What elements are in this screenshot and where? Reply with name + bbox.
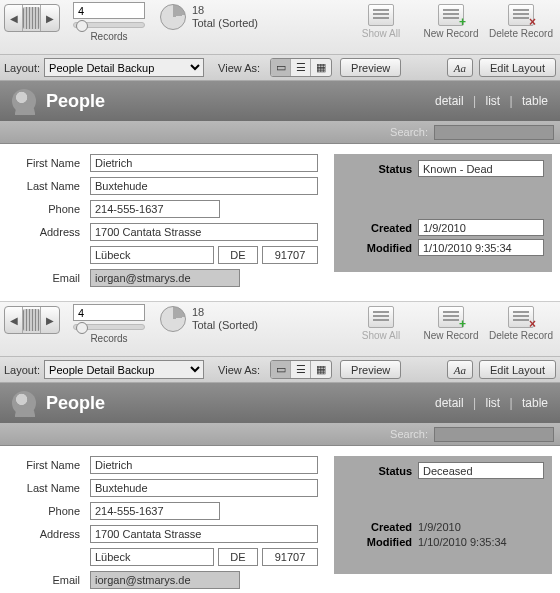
record-book-icon[interactable] bbox=[23, 5, 41, 31]
search-bar: Search: bbox=[0, 121, 560, 144]
next-record-button[interactable]: ▶ bbox=[41, 307, 59, 333]
link-table[interactable]: table bbox=[522, 396, 548, 410]
form-area: First Name Dietrich Last Name Buxtehude … bbox=[0, 144, 560, 301]
label-address: Address bbox=[8, 226, 86, 238]
label-status: Status bbox=[342, 163, 412, 175]
layout-select[interactable]: People Detail Backup bbox=[44, 360, 204, 379]
panel-bottom: ◀ ▶ Records 18 Total (Sorted) Show All N… bbox=[0, 302, 560, 593]
show-all-label: Show All bbox=[362, 330, 400, 341]
street-field[interactable]: 1700 Cantata Strasse bbox=[90, 525, 318, 543]
status-field[interactable]: Deceased bbox=[418, 462, 544, 479]
search-label: Search: bbox=[390, 126, 428, 138]
delete-record-label: Delete Record bbox=[489, 330, 553, 341]
state-field[interactable]: DE bbox=[218, 548, 258, 566]
link-detail[interactable]: detail bbox=[435, 396, 464, 410]
delete-record-button[interactable]: Delete Record bbox=[486, 306, 556, 341]
first-name-field[interactable]: Dietrich bbox=[90, 154, 318, 172]
total-count: 18 bbox=[192, 4, 258, 17]
link-list[interactable]: list bbox=[485, 396, 500, 410]
record-number-input[interactable] bbox=[73, 304, 145, 321]
edit-layout-button[interactable]: Edit Layout bbox=[479, 58, 556, 77]
show-all-button[interactable]: Show All bbox=[346, 4, 416, 39]
header-links: detail | list | table bbox=[435, 396, 548, 410]
view-as-label: View As: bbox=[218, 364, 260, 376]
search-input[interactable] bbox=[434, 427, 554, 442]
page-title: People bbox=[46, 393, 105, 414]
link-detail[interactable]: detail bbox=[435, 94, 464, 108]
delete-record-icon bbox=[508, 4, 534, 26]
state-field[interactable]: DE bbox=[218, 246, 258, 264]
record-book-icon[interactable] bbox=[23, 307, 41, 333]
layout-toolbar: Layout: People Detail Backup View As: ▭ … bbox=[0, 357, 560, 383]
form-area: First Name Dietrich Last Name Buxtehude … bbox=[0, 446, 560, 593]
layout-label: Layout: bbox=[4, 364, 40, 376]
prev-record-button[interactable]: ◀ bbox=[5, 5, 23, 31]
zip-field[interactable]: 91707 bbox=[262, 548, 318, 566]
link-table[interactable]: table bbox=[522, 94, 548, 108]
record-number-input[interactable] bbox=[73, 2, 145, 19]
edit-layout-button[interactable]: Edit Layout bbox=[479, 360, 556, 379]
found-set-group: 18 Total (Sorted) bbox=[160, 4, 258, 30]
view-list-button[interactable]: ☰ bbox=[291, 361, 311, 378]
zip-field[interactable]: 91707 bbox=[262, 246, 318, 264]
preview-button[interactable]: Preview bbox=[340, 58, 401, 77]
new-record-button[interactable]: New Record bbox=[416, 306, 486, 341]
view-table-button[interactable]: ▦ bbox=[311, 361, 331, 378]
first-name-field[interactable]: Dietrich bbox=[90, 456, 318, 474]
label-address: Address bbox=[8, 528, 86, 540]
found-set-group: 18 Total (Sorted) bbox=[160, 306, 258, 332]
label-modified: Modified bbox=[342, 536, 412, 548]
search-input[interactable] bbox=[434, 125, 554, 140]
view-list-button[interactable]: ☰ bbox=[291, 59, 311, 76]
email-field[interactable]: iorgan@stmarys.de bbox=[90, 269, 240, 287]
label-created: Created bbox=[342, 222, 412, 234]
link-list[interactable]: list bbox=[485, 94, 500, 108]
status-field[interactable]: Known - Dead bbox=[418, 160, 544, 177]
view-form-button[interactable]: ▭ bbox=[271, 361, 291, 378]
city-field[interactable]: Lübeck bbox=[90, 548, 214, 566]
show-all-icon bbox=[368, 306, 394, 328]
street-field[interactable]: 1700 Cantata Strasse bbox=[90, 223, 318, 241]
phone-field[interactable]: 214-555-1637 bbox=[90, 502, 220, 520]
next-record-button[interactable]: ▶ bbox=[41, 5, 59, 31]
email-field[interactable]: iorgan@stmarys.de bbox=[90, 571, 240, 589]
formatting-bar-button[interactable]: Aa bbox=[447, 58, 473, 77]
view-as-group: ▭ ☰ ▦ bbox=[270, 58, 332, 77]
show-all-button[interactable]: Show All bbox=[346, 306, 416, 341]
pie-chart-icon[interactable] bbox=[160, 4, 186, 30]
search-bar: Search: bbox=[0, 423, 560, 446]
total-label: Total (Sorted) bbox=[192, 17, 258, 30]
last-name-field[interactable]: Buxtehude bbox=[90, 479, 318, 497]
city-field[interactable]: Lübeck bbox=[90, 246, 214, 264]
show-all-label: Show All bbox=[362, 28, 400, 39]
view-table-button[interactable]: ▦ bbox=[311, 59, 331, 76]
records-label: Records bbox=[90, 333, 127, 344]
record-slider[interactable] bbox=[73, 324, 145, 330]
people-icon bbox=[12, 391, 36, 415]
delete-record-button[interactable]: Delete Record bbox=[486, 4, 556, 39]
pie-chart-icon[interactable] bbox=[160, 306, 186, 332]
search-label: Search: bbox=[390, 428, 428, 440]
label-last-name: Last Name bbox=[8, 180, 86, 192]
created-value: 1/9/2010 bbox=[418, 521, 544, 533]
new-record-icon bbox=[438, 4, 464, 26]
meta-fields: Status Known - Dead Created 1/9/2010 Mod… bbox=[334, 154, 552, 272]
prev-record-button[interactable]: ◀ bbox=[5, 307, 23, 333]
people-icon bbox=[12, 89, 36, 113]
created-field[interactable]: 1/9/2010 bbox=[418, 219, 544, 236]
preview-button[interactable]: Preview bbox=[340, 360, 401, 379]
modified-field[interactable]: 1/10/2010 9:35:34 bbox=[418, 239, 544, 256]
show-all-icon bbox=[368, 4, 394, 26]
formatting-bar-button[interactable]: Aa bbox=[447, 360, 473, 379]
last-name-field[interactable]: Buxtehude bbox=[90, 177, 318, 195]
layout-select[interactable]: People Detail Backup bbox=[44, 58, 204, 77]
label-created: Created bbox=[342, 521, 412, 533]
label-last-name: Last Name bbox=[8, 482, 86, 494]
new-record-label: New Record bbox=[423, 28, 478, 39]
new-record-button[interactable]: New Record bbox=[416, 4, 486, 39]
label-email: Email bbox=[8, 574, 86, 586]
record-slider[interactable] bbox=[73, 22, 145, 28]
meta-fields: Status Deceased Created 1/9/2010 Modifie… bbox=[334, 456, 552, 574]
phone-field[interactable]: 214-555-1637 bbox=[90, 200, 220, 218]
view-form-button[interactable]: ▭ bbox=[271, 59, 291, 76]
